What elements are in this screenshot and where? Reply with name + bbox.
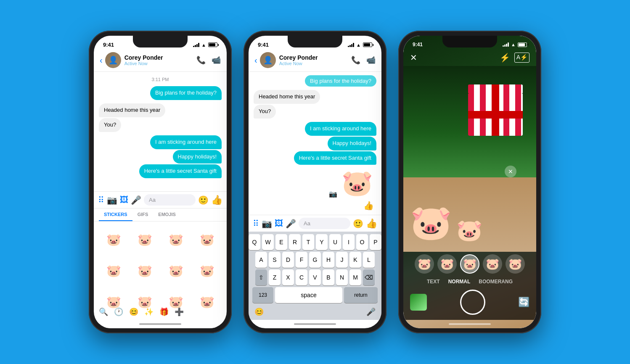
key-return[interactable]: return	[344, 287, 378, 303]
image-icon-1[interactable]: 🖼	[120, 195, 128, 205]
key-e[interactable]: E	[275, 234, 287, 250]
mode-text[interactable]: TEXT	[427, 279, 440, 285]
key-q[interactable]: Q	[249, 234, 260, 250]
tab-emojis[interactable]: EMOJIS	[153, 208, 181, 221]
key-f[interactable]: F	[296, 252, 307, 268]
key-delete[interactable]: ⌫	[363, 269, 375, 285]
key-v[interactable]: V	[309, 269, 321, 285]
key-l[interactable]: L	[363, 252, 375, 268]
text-input-2[interactable]: Aa	[299, 218, 350, 229]
call-icon-2[interactable]: 📞	[351, 55, 360, 65]
sticker-6[interactable]: 🐷	[130, 256, 159, 285]
sticker-2[interactable]: 🐷	[130, 225, 159, 254]
key-shift[interactable]: ⇧	[255, 269, 267, 285]
screen-3: 9:41 ▲	[403, 36, 536, 328]
time-1: 9:41	[103, 42, 114, 48]
key-t[interactable]: T	[302, 234, 314, 250]
mic-keyboard-icon[interactable]: 🎤	[366, 307, 376, 317]
bubble-sent-4: Here's a little secret Santa gift	[139, 164, 222, 178]
like-btn-1[interactable]: 👍	[211, 195, 222, 206]
notch-2	[288, 36, 342, 47]
home-indicator-3	[403, 320, 536, 328]
mode-boomerang[interactable]: BOOMERANG	[479, 279, 513, 285]
contact-info-1: Corey Ponder Active Now	[124, 54, 196, 66]
key-j[interactable]: J	[336, 252, 348, 268]
key-a[interactable]: A	[255, 252, 267, 268]
sticker-option-5[interactable]: 🐷	[506, 254, 525, 274]
video-icon-1[interactable]: 📹	[212, 55, 221, 65]
key-h[interactable]: H	[323, 252, 334, 268]
mode-normal[interactable]: NORMAL	[448, 279, 471, 285]
key-b[interactable]: B	[323, 269, 334, 285]
sticker-5[interactable]: 🐷	[99, 256, 128, 285]
flash-off-icon[interactable]: ⚡	[500, 53, 510, 63]
key-i[interactable]: I	[343, 234, 355, 250]
key-m[interactable]: M	[349, 269, 361, 285]
search-sticker-icon[interactable]: 🔍	[99, 307, 108, 317]
key-d[interactable]: D	[282, 252, 294, 268]
key-w[interactable]: W	[262, 234, 274, 250]
call-icon-1[interactable]: 📞	[196, 55, 206, 65]
emoji-btn-2[interactable]: 🙂	[353, 219, 363, 229]
ar-close-button[interactable]: ✕	[505, 166, 516, 177]
bubble-recv-p2-1: Headed home this year	[254, 90, 320, 104]
sparkle-icon[interactable]: ✨	[144, 307, 154, 317]
key-space[interactable]: space	[275, 287, 342, 303]
key-p[interactable]: P	[370, 234, 381, 250]
like-icon-p2[interactable]: 👍	[363, 200, 374, 211]
key-k[interactable]: K	[349, 252, 361, 268]
smiley-icon[interactable]: 😊	[129, 307, 138, 317]
key-z[interactable]: Z	[269, 269, 281, 285]
sticker-option-3[interactable]: 🐷	[460, 254, 479, 274]
camera-close-button[interactable]: ✕	[410, 53, 417, 63]
back-button-2[interactable]: ‹	[254, 55, 257, 65]
sticker-12[interactable]: 🐷	[192, 287, 222, 317]
flash-auto-icon[interactable]: A⚡	[514, 53, 529, 63]
sticker-panel-1: STICKERS GIFS EMOJIS 🐷 🐷 🐷 🐷 🐷 🐷 🐷 🐷 🐷 🐷…	[94, 208, 227, 320]
mic-icon-1[interactable]: 🎤	[131, 195, 141, 205]
emoji-btn-1[interactable]: 🙂	[198, 195, 209, 205]
key-o[interactable]: O	[356, 234, 368, 250]
tab-gifs[interactable]: GIFS	[132, 208, 154, 221]
camera-sticker-icon[interactable]: 📷	[329, 190, 337, 198]
key-123[interactable]: 123	[252, 287, 273, 303]
sticker-4[interactable]: 🐷	[192, 225, 222, 254]
capture-button[interactable]	[460, 290, 485, 315]
key-g[interactable]: G	[309, 252, 321, 268]
battery-icon-2	[363, 42, 372, 47]
camera-icon-2[interactable]: 📷	[262, 219, 272, 229]
recent-icon[interactable]: 🕐	[114, 307, 123, 317]
key-row-2: A S D F G H J K L	[250, 252, 380, 268]
sticker-8[interactable]: 🐷	[192, 256, 222, 285]
key-s[interactable]: S	[269, 252, 281, 268]
like-btn-2[interactable]: 👍	[366, 218, 377, 229]
sticker-7[interactable]: 🐷	[161, 256, 191, 285]
emoji-keyboard-icon[interactable]: 😊	[254, 307, 264, 317]
camera-icon-1[interactable]: 📷	[107, 195, 117, 205]
key-r[interactable]: R	[289, 234, 301, 250]
image-icon-2[interactable]: 🖼	[275, 219, 283, 228]
gift-icon[interactable]: 🎁	[159, 307, 169, 317]
chat-header-2: ‹ 👤 Corey Ponder Active Now 📞 📹	[249, 50, 381, 72]
back-button-1[interactable]: ‹	[100, 55, 103, 65]
key-u[interactable]: U	[329, 234, 341, 250]
sticker-option-1[interactable]: 🐷	[415, 254, 434, 274]
gallery-thumbnail[interactable]	[410, 294, 427, 311]
text-input-1[interactable]: Aa	[144, 194, 196, 206]
video-icon-2[interactable]: 📹	[366, 55, 376, 65]
grid-icon-1[interactable]: ⠿	[98, 195, 104, 205]
sticker-3[interactable]: 🐷	[161, 225, 191, 254]
sticker-option-4[interactable]: 🐷	[483, 254, 502, 274]
flip-camera-icon[interactable]: 🔄	[518, 297, 529, 308]
grid-icon-2[interactable]: ⠿	[253, 219, 259, 229]
mic-icon-2[interactable]: 🎤	[286, 219, 296, 229]
key-x[interactable]: X	[282, 269, 294, 285]
sticker-1[interactable]: 🐷	[99, 225, 128, 254]
key-n[interactable]: N	[336, 269, 348, 285]
key-c[interactable]: C	[296, 269, 307, 285]
key-y[interactable]: Y	[316, 234, 328, 250]
sticker-option-2[interactable]: 🐷	[437, 254, 457, 274]
tab-stickers[interactable]: STICKERS	[99, 208, 132, 221]
bubble-recv-2: You?	[99, 118, 121, 132]
add-icon[interactable]: ➕	[175, 307, 184, 317]
